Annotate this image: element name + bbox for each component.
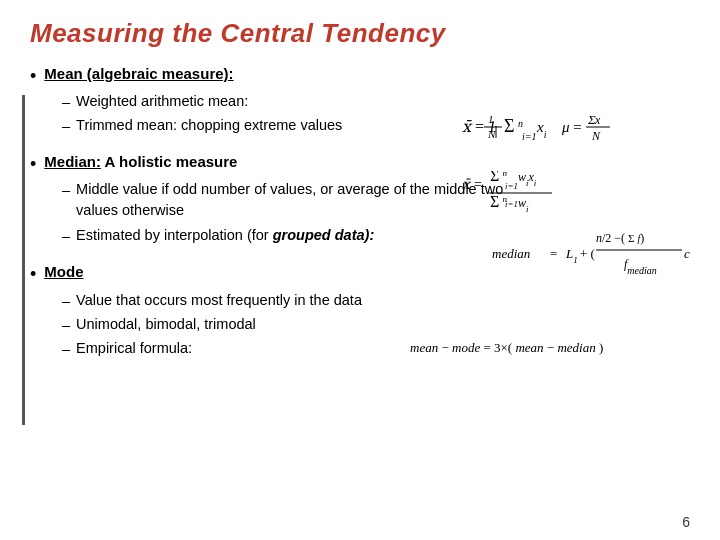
svg-text:=: =: [474, 177, 482, 192]
median-label-underline: Median:: [44, 153, 101, 170]
empirical-formula-area: mean − mode = 3×( mean − median ): [410, 330, 700, 368]
svg-text:i=1: i=1: [522, 131, 537, 142]
svg-text:fmedian: fmedian: [624, 257, 657, 276]
mean-label-underline: Mean (algebraic measure):: [44, 65, 233, 82]
svg-text:μ
       =: μ =: [561, 119, 582, 135]
median-formula-area: median = L1 + ( n/2 −( Σ f) fmedian c ): [492, 210, 692, 288]
sub-dash-4: –: [62, 226, 70, 247]
svg-text:=: =: [550, 246, 557, 261]
mean-label: Mean (algebraic measure):: [44, 63, 233, 84]
bullet-dot-mean: •: [30, 64, 36, 89]
svg-text:Σ
      n: Σ n: [504, 116, 523, 136]
sub-dash-7: –: [62, 339, 70, 360]
svg-text:x̄: x̄: [462, 177, 472, 192]
svg-text:xi: xi: [536, 119, 547, 140]
bullet-dot-mode: •: [30, 262, 36, 287]
median-label: Median: A holistic measure: [44, 151, 237, 172]
sub-dash-1: –: [62, 92, 70, 113]
median-formula-svg: median = L1 + ( n/2 −( Σ f) fmedian c ): [492, 210, 692, 285]
page-number: 6: [682, 514, 690, 530]
slide-title: Measuring the Central Tendency: [30, 18, 690, 49]
mode-label: Mode: [44, 261, 83, 282]
svg-text:wixi: wixi: [518, 171, 537, 188]
mean-bullet-row: • Mean (algebraic measure):: [30, 63, 690, 89]
mode-label-underline: Mode: [44, 263, 83, 280]
svg-text:N: N: [591, 129, 601, 143]
sub-dash-3: –: [62, 180, 70, 201]
svg-text:N: N: [487, 128, 496, 140]
svg-text:x: x: [594, 113, 601, 127]
empirical-formula-svg: mean − mode = 3×( mean − median ): [410, 330, 700, 365]
svg-text:n/2 −(
      Σ
      f): n/2 −( Σ f): [596, 231, 644, 245]
svg-text:+ (: + (: [580, 246, 595, 261]
svg-text:mean
       − 
      mode
    : mean − mode = 3×( mean − median ): [410, 340, 603, 355]
svg-text:L1: L1: [565, 246, 578, 265]
svg-text:c: c: [684, 246, 690, 261]
svg-text:1: 1: [488, 113, 494, 125]
bullet-dot-median: •: [30, 152, 36, 177]
left-bar-decoration: [22, 95, 25, 425]
grouped-data-italic: grouped data):: [273, 227, 375, 243]
svg-text:median: median: [492, 246, 530, 261]
median-label-rest: A holistic measure: [105, 153, 238, 170]
svg-text:i=1: i=1: [505, 199, 518, 209]
mode-subitem-1: – Value that occurs most frequently in t…: [62, 290, 690, 312]
mean-formula-svg: x̄ = 1 1 N Σ n i=1 xi μ = Σ x N: [462, 110, 692, 165]
sub-dash-5: –: [62, 291, 70, 312]
sub-dash-6: –: [62, 315, 70, 336]
svg-text:i=1: i=1: [505, 181, 518, 191]
mode-subitem-1-text: Value that occurs most frequently in the…: [76, 290, 690, 311]
sub-dash-2: –: [62, 116, 70, 137]
